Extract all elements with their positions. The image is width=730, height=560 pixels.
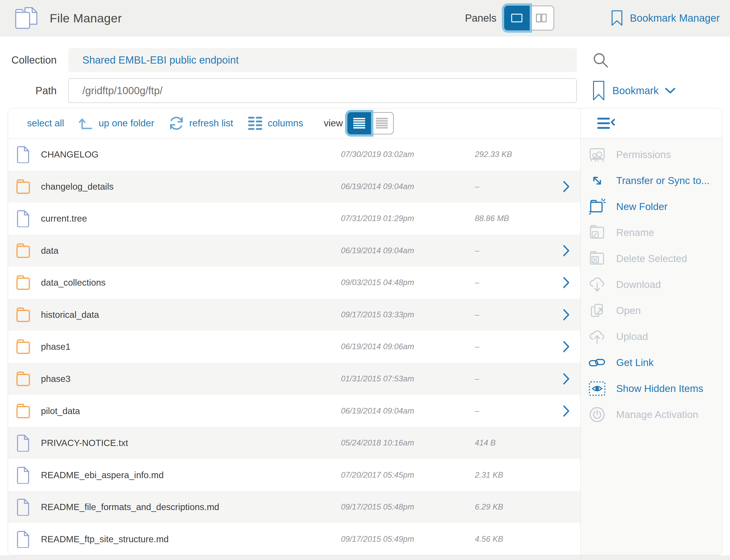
table-row[interactable]: PRIVACY-NOTICE.txt 05/24/2018 10:16am 41… [8, 427, 580, 459]
new-folder-icon [588, 198, 606, 215]
table-row[interactable]: data_collections 09/03/2015 04:48pm – [8, 267, 580, 299]
sidebar-header [580, 108, 722, 138]
single-panel-icon [511, 13, 523, 23]
table-row[interactable]: CHANGELOG 07/30/2019 03:02am 292.33 KB [8, 138, 580, 171]
file-modified-date: 07/30/2019 03:02am [341, 150, 475, 159]
view-label: view [324, 118, 343, 129]
condensed-view-icon [376, 118, 388, 129]
table-row[interactable]: phase1 06/19/2014 09:06am – [8, 331, 580, 363]
file-size: – [475, 406, 562, 416]
file-name: phase1 [41, 342, 341, 352]
chevron-right-icon[interactable] [562, 340, 573, 353]
search-icon[interactable] [592, 52, 609, 69]
file-modified-date: 09/17/2015 03:33pm [341, 310, 475, 319]
panels-label: Panels [465, 12, 497, 24]
view-toggle [347, 112, 394, 134]
file-size: – [475, 310, 562, 319]
columns-button[interactable]: columns [247, 116, 303, 131]
file-icon [16, 434, 31, 452]
chevron-right-icon[interactable] [562, 405, 573, 417]
chevron-right-icon[interactable] [562, 180, 573, 193]
download-icon [588, 276, 606, 293]
sidebar-item-new-folder[interactable]: New Folder [581, 194, 722, 220]
file-modified-date: 07/20/2017 05:45pm [341, 470, 475, 480]
file-modified-date: 06/19/2014 09:04am [341, 182, 475, 191]
up-folder-icon [78, 116, 94, 130]
sidebar-item-get-link[interactable]: Get Link [581, 349, 722, 375]
table-row[interactable]: README_ebi_aspera_info.md 07/20/2017 05:… [8, 459, 580, 491]
sidebar-item-show-hidden-items[interactable]: Show Hidden Items [581, 375, 722, 401]
table-row[interactable]: changelog_details 06/19/2014 09:04am – [8, 171, 580, 203]
bookmark-button-label: Bookmark [612, 85, 659, 97]
chevron-right-icon[interactable] [562, 244, 573, 257]
chevron-right-icon[interactable] [562, 308, 573, 321]
file-size: 4.56 KB [475, 535, 562, 544]
permissions-icon [588, 146, 606, 163]
collection-row: Collection Shared EMBL-EBI public endpoi… [0, 36, 730, 72]
table-row[interactable]: data 06/19/2014 09:04am – [8, 235, 580, 267]
file-list: CHANGELOG 07/30/2019 03:02am 292.33 KB c… [8, 138, 580, 555]
file-name: phase3 [41, 374, 341, 384]
collection-field[interactable]: Shared EMBL-EBI public endpoint [68, 48, 577, 72]
sidebar-item-transfer-or-sync-to[interactable]: Transfer or Sync to... [581, 168, 722, 194]
file-name: README_ebi_aspera_info.md [41, 470, 341, 480]
file-modified-date: 06/19/2014 09:04am [341, 406, 475, 416]
file-size: – [475, 182, 562, 191]
transfer-icon [588, 172, 606, 189]
panels-toggle [504, 6, 554, 30]
file-size: 88.86 MB [475, 214, 562, 223]
file-size: 414 B [475, 438, 562, 448]
page-title: File Manager [50, 11, 122, 25]
bookmark-manager-label: Bookmark Manager [630, 12, 720, 24]
app-header: File Manager Panels Bookmark Manager [0, 0, 730, 36]
file-name: data [41, 246, 341, 256]
table-row[interactable]: historical_data 09/17/2015 03:33pm – [8, 299, 580, 331]
up-one-folder-button[interactable]: up one folder [78, 116, 154, 130]
file-icon [16, 530, 31, 548]
path-row: Path Bookmark [0, 72, 730, 103]
collapse-sidebar-button[interactable] [597, 117, 616, 130]
bookmark-icon [611, 10, 623, 26]
file-size: 6.29 KB [475, 502, 562, 512]
list-view-button[interactable] [347, 112, 371, 134]
file-name: README_file_formats_and_descriptions.md [41, 502, 341, 512]
chevron-right-icon[interactable] [562, 372, 573, 385]
refresh-icon [168, 115, 185, 132]
condensed-view-button[interactable] [371, 113, 393, 134]
file-name: CHANGELOG [41, 149, 341, 160]
select-all-button[interactable]: select all [27, 118, 64, 129]
dual-panel-icon [535, 13, 547, 23]
single-panel-button[interactable] [504, 6, 530, 30]
file-modified-date: 06/19/2014 09:04am [341, 246, 475, 255]
folder-icon [16, 339, 31, 355]
action-sidebar: Permissions Transfer or Sync to... New F… [580, 138, 722, 555]
folder-icon [16, 403, 31, 419]
main-content: Collection Shared EMBL-EBI public endpoi… [0, 36, 730, 555]
collection-label: Collection [0, 54, 57, 66]
bookmark-manager-link[interactable]: Bookmark Manager [611, 10, 720, 26]
file-size: – [475, 342, 562, 351]
chevron-right-icon[interactable] [562, 276, 573, 289]
file-name: historical_data [41, 310, 341, 320]
sidebar-item-upload: Upload [581, 323, 722, 349]
table-row[interactable]: pilot_data 06/19/2014 09:04am – [8, 395, 580, 427]
list-toolbar: select all up one folder refresh list co… [8, 108, 580, 138]
file-modified-date: 05/24/2018 10:16am [341, 438, 475, 448]
sidebar-item-open: Open [581, 297, 722, 323]
panels-toggle-group: Panels [465, 6, 554, 30]
table-row[interactable]: README_ftp_site_structure.md 09/17/2015 … [8, 523, 580, 555]
dual-panel-button[interactable] [529, 6, 554, 30]
rename-icon [588, 224, 606, 241]
refresh-list-button[interactable]: refresh list [168, 115, 233, 132]
path-input[interactable] [68, 78, 577, 103]
path-label: Path [0, 85, 57, 97]
bookmark-button[interactable]: Bookmark [592, 80, 676, 101]
sidebar-item-download: Download [581, 272, 722, 297]
table-row[interactable]: README_file_formats_and_descriptions.md … [8, 491, 580, 523]
file-name: pilot_data [41, 406, 341, 416]
file-size: – [475, 246, 562, 255]
table-row[interactable]: phase3 01/31/2015 07:53am – [8, 363, 580, 395]
table-row[interactable]: current.tree 07/31/2019 01:29pm 88.86 MB [8, 203, 580, 235]
file-name: changelog_details [41, 181, 341, 192]
file-modified-date: 06/19/2014 09:06am [341, 342, 475, 351]
